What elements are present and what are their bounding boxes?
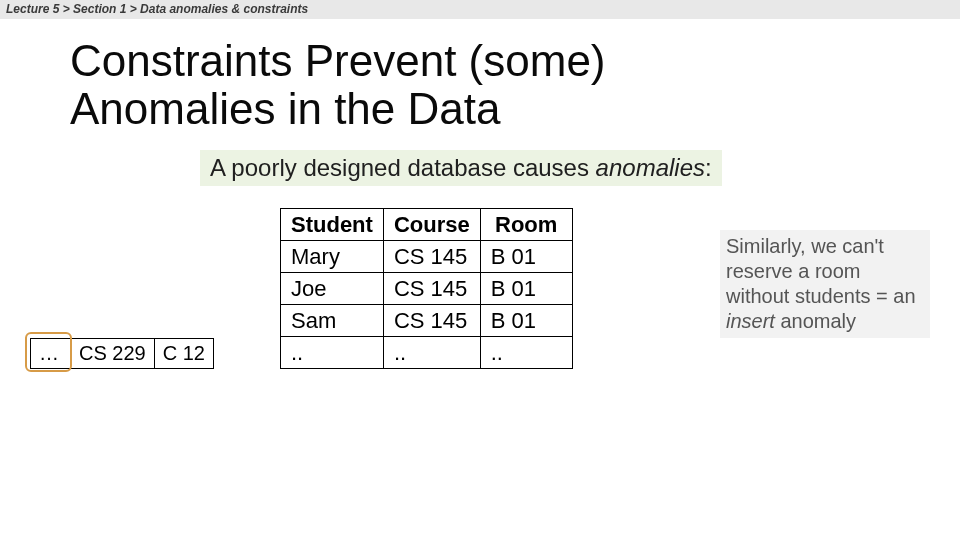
subtitle: A poorly designed database causes anomal…: [200, 150, 722, 186]
subtitle-prefix: A poorly designed database causes: [210, 154, 596, 181]
subtitle-suffix: :: [705, 154, 712, 181]
table-row: .. .. ..: [281, 337, 573, 369]
breadcrumb: Lecture 5 > Section 1 > Data anomalies &…: [0, 0, 960, 19]
title-line2: Anomalies in the Data: [70, 84, 500, 133]
mini-cell-room: C 12: [154, 339, 213, 369]
breadcrumb-lecture: Lecture 5: [6, 2, 59, 16]
title-line1: Constraints Prevent (some): [70, 36, 606, 85]
col-room: Room: [480, 209, 572, 241]
note-text: Similarly, we can't reserve a room witho…: [726, 235, 916, 307]
breadcrumb-section: Section 1: [73, 2, 126, 16]
col-student: Student: [281, 209, 384, 241]
note-tail: anomaly: [780, 310, 856, 332]
mini-table: … CS 229 C 12: [30, 338, 214, 369]
side-note: Similarly, we can't reserve a room witho…: [720, 230, 930, 338]
table-row: Sam CS 145 B 01: [281, 305, 573, 337]
page-title: Constraints Prevent (some) Anomalies in …: [70, 37, 960, 132]
breadcrumb-sep: >: [130, 2, 140, 16]
table-row: Mary CS 145 B 01: [281, 241, 573, 273]
breadcrumb-topic: Data anomalies & constraints: [140, 2, 308, 16]
table-header-row: Student Course Room: [281, 209, 573, 241]
note-em: insert: [726, 310, 780, 332]
main-table: Student Course Room Mary CS 145 B 01 Joe…: [280, 208, 573, 369]
table-row: Joe CS 145 B 01: [281, 273, 573, 305]
content-area: Student Course Room Mary CS 145 B 01 Joe…: [0, 208, 960, 428]
subtitle-em: anomalies: [596, 154, 705, 181]
mini-cell-ellipsis: …: [31, 339, 71, 369]
breadcrumb-sep: >: [63, 2, 73, 16]
table-row: … CS 229 C 12: [31, 339, 214, 369]
col-course: Course: [383, 209, 480, 241]
mini-cell-course: CS 229: [71, 339, 155, 369]
